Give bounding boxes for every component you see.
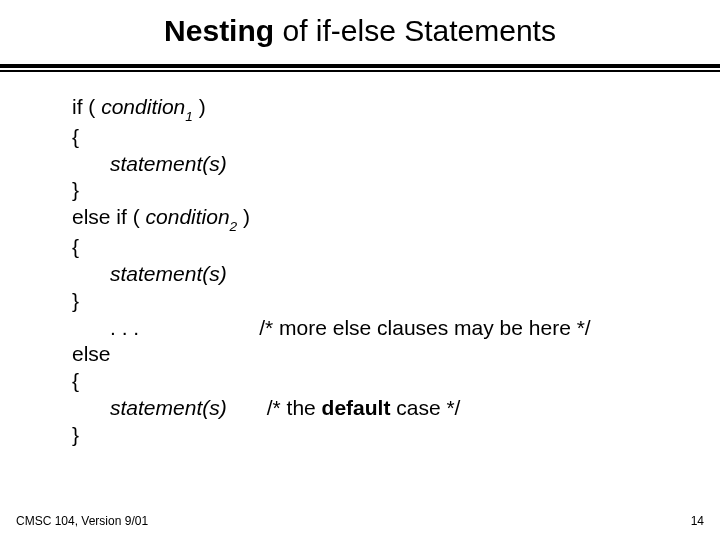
title-rule (0, 64, 720, 72)
code-line: statement(s)/* the default case */ (72, 395, 720, 422)
rbrace: } (72, 423, 79, 446)
code-line: statement(s) (72, 261, 720, 288)
else-keyword: else (72, 342, 111, 365)
comment-default-pre: /* the (267, 396, 322, 419)
subscript-2: 2 (230, 219, 238, 234)
code-line: { (72, 124, 720, 151)
condition-word: condition (101, 95, 185, 118)
statement-word: statement(s) (110, 396, 227, 419)
code-line: { (72, 234, 720, 261)
code-block: if ( condition1 ) { statement(s) } else … (0, 72, 720, 449)
if-keyword: if ( (72, 95, 101, 118)
ellipsis: . . . (110, 316, 139, 339)
comment-default-bold: default (322, 396, 391, 419)
code-line: statement(s) (72, 151, 720, 178)
close-paren: ) (237, 205, 250, 228)
statement-word: statement(s) (110, 152, 227, 175)
rule-thick (0, 64, 720, 68)
title-bold: Nesting (164, 14, 274, 47)
code-line: else (72, 341, 720, 368)
condition-word: condition (146, 205, 230, 228)
rbrace: } (72, 178, 79, 201)
code-line: if ( condition1 ) (72, 94, 720, 124)
code-line: else if ( condition2 ) (72, 204, 720, 234)
title-rest: of if-else Statements (274, 14, 556, 47)
code-line: } (72, 422, 720, 449)
comment-more: /* more else clauses may be here */ (259, 316, 591, 339)
comment-default-post: case */ (390, 396, 460, 419)
slide-title: Nesting of if-else Statements (0, 0, 720, 58)
subscript-1: 1 (185, 109, 193, 124)
lbrace: { (72, 125, 79, 148)
footer-page-number: 14 (691, 514, 704, 528)
code-line: { (72, 368, 720, 395)
slide-footer: CMSC 104, Version 9/01 14 (16, 514, 704, 528)
lbrace: { (72, 235, 79, 258)
code-line: . . ./* more else clauses may be here */ (72, 315, 720, 342)
lbrace: { (72, 369, 79, 392)
rbrace: } (72, 289, 79, 312)
close-paren: ) (193, 95, 206, 118)
statement-word: statement(s) (110, 262, 227, 285)
code-line: } (72, 288, 720, 315)
elseif-keyword: else if ( (72, 205, 146, 228)
footer-left: CMSC 104, Version 9/01 (16, 514, 148, 528)
code-line: } (72, 177, 720, 204)
